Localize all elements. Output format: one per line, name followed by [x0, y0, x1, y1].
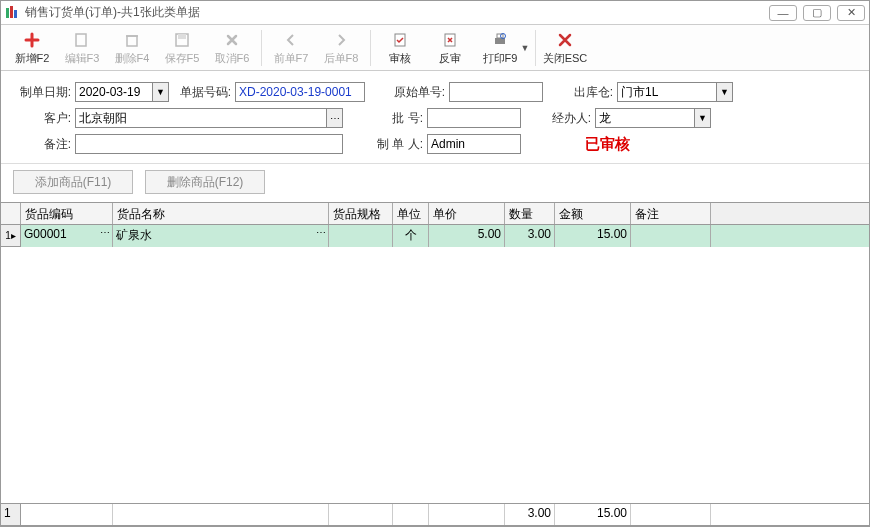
- note-input[interactable]: [75, 134, 343, 154]
- edit-button[interactable]: 编辑F3: [57, 27, 107, 69]
- minimize-button[interactable]: —: [769, 5, 797, 21]
- footer-qty: 3.00: [505, 504, 555, 525]
- col-name[interactable]: 货品名称: [113, 203, 329, 224]
- svg-rect-1: [10, 6, 13, 18]
- close-window-button[interactable]: ✕: [837, 5, 865, 21]
- svg-rect-0: [6, 8, 9, 18]
- save-icon: [172, 30, 192, 50]
- date-input[interactable]: [75, 82, 153, 102]
- svg-rect-3: [76, 34, 86, 46]
- warehouse-dropdown-icon[interactable]: ▼: [717, 82, 733, 102]
- cell-qty[interactable]: 3.00: [505, 225, 555, 247]
- col-unit[interactable]: 单位: [393, 203, 429, 224]
- new-button[interactable]: 新增F2: [7, 27, 57, 69]
- print-icon: [490, 30, 510, 50]
- cell-price[interactable]: 5.00: [429, 225, 505, 247]
- date-dropdown-icon[interactable]: ▼: [153, 82, 169, 102]
- maximize-button[interactable]: ▢: [803, 5, 831, 21]
- col-amt[interactable]: 金额: [555, 203, 631, 224]
- unaudit-button[interactable]: 反审: [425, 27, 475, 69]
- cancel-icon: [222, 30, 242, 50]
- titlebar: 销售订货单(订单)-共1张此类单据 — ▢ ✕: [1, 1, 869, 25]
- delete-icon: [122, 30, 142, 50]
- batch-input[interactable]: [427, 108, 521, 128]
- batch-label: 批 号:: [365, 110, 423, 127]
- print-button[interactable]: 打印F9: [475, 27, 525, 69]
- save-button[interactable]: 保存F5: [157, 27, 207, 69]
- grid-header: 货品编码 货品名称 货品规格 单位 单价 数量 金额 备注: [1, 203, 869, 225]
- close-button[interactable]: 关闭ESC: [540, 27, 590, 69]
- maker-input[interactable]: [427, 134, 521, 154]
- grid-footer: 1 3.00 15.00: [1, 503, 869, 525]
- add-item-button[interactable]: 添加商品(F11): [13, 170, 133, 194]
- date-label: 制单日期:: [13, 84, 71, 101]
- warehouse-select[interactable]: [617, 82, 717, 102]
- col-qty[interactable]: 数量: [505, 203, 555, 224]
- delete-button[interactable]: 删除F4: [107, 27, 157, 69]
- col-spec[interactable]: 货品规格: [329, 203, 393, 224]
- window-title: 销售订货单(订单)-共1张此类单据: [25, 4, 769, 21]
- orig-label: 原始单号:: [387, 84, 445, 101]
- col-price[interactable]: 单价: [429, 203, 505, 224]
- docno-label: 单据号码:: [173, 84, 231, 101]
- lookup-icon[interactable]: ⋯: [316, 227, 326, 238]
- toolbar: 新增F2 编辑F3 删除F4 保存F5 取消F6 前单F7 后单F8: [1, 25, 869, 71]
- table-row[interactable]: 1▸ G00001⋯ 矿泉水⋯ 个 5.00 3.00 15.00: [1, 225, 869, 247]
- docno-value: XD-2020-03-19-0001: [235, 82, 365, 102]
- customer-label: 客户:: [13, 110, 71, 127]
- col-note[interactable]: 备注: [631, 203, 711, 224]
- handler-select[interactable]: [595, 108, 695, 128]
- plus-icon: [22, 30, 42, 50]
- cell-name[interactable]: 矿泉水⋯: [113, 225, 329, 247]
- svg-rect-4: [127, 36, 137, 46]
- print-dropdown-icon[interactable]: ▼: [519, 43, 531, 53]
- warehouse-label: 出库仓:: [565, 84, 613, 101]
- svg-rect-6: [178, 34, 186, 39]
- cell-amt[interactable]: 15.00: [555, 225, 631, 247]
- cell-code[interactable]: G00001⋯: [21, 225, 113, 247]
- orig-input[interactable]: [449, 82, 543, 102]
- arrow-left-icon: [281, 30, 301, 50]
- cell-unit[interactable]: 个: [393, 225, 429, 247]
- delete-item-button[interactable]: 删除商品(F12): [145, 170, 265, 194]
- audit-status: 已审核: [585, 135, 630, 154]
- arrow-right-icon: [331, 30, 351, 50]
- customer-input[interactable]: [75, 108, 327, 128]
- handler-label: 经办人:: [543, 110, 591, 127]
- handler-dropdown-icon[interactable]: ▼: [695, 108, 711, 128]
- svg-rect-2: [14, 10, 17, 18]
- prev-button[interactable]: 前单F7: [266, 27, 316, 69]
- cell-spec[interactable]: [329, 225, 393, 247]
- edit-icon: [72, 30, 92, 50]
- customer-lookup-icon[interactable]: ⋯: [327, 108, 343, 128]
- note-label: 备注:: [13, 136, 71, 153]
- undo-doc-icon: [440, 30, 460, 50]
- footer-idx: 1: [1, 504, 21, 525]
- lookup-icon[interactable]: ⋯: [100, 227, 110, 238]
- close-icon: [555, 30, 575, 50]
- col-code[interactable]: 货品编码: [21, 203, 113, 224]
- cell-note[interactable]: [631, 225, 711, 247]
- footer-amt: 15.00: [555, 504, 631, 525]
- grid: 货品编码 货品名称 货品规格 单位 单价 数量 金额 备注 1▸ G00001⋯…: [1, 202, 869, 526]
- audit-button[interactable]: 审核: [375, 27, 425, 69]
- row-indicator: 1▸: [1, 225, 21, 247]
- check-doc-icon: [390, 30, 410, 50]
- cancel-button[interactable]: 取消F6: [207, 27, 257, 69]
- next-button[interactable]: 后单F8: [316, 27, 366, 69]
- app-icon: [5, 5, 21, 21]
- maker-label: 制 单 人:: [365, 136, 423, 153]
- form-area: 制单日期: ▼ 单据号码: XD-2020-03-19-0001 原始单号: 出…: [1, 71, 869, 164]
